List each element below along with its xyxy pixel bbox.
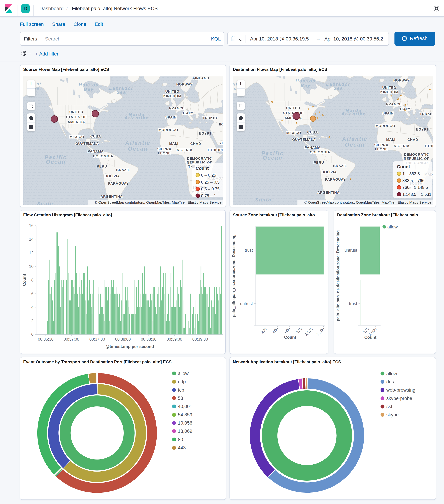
svg-text:STATES OF: STATES OF [66, 115, 86, 119]
svg-text:DEMOCRATIC: DEMOCRATIC [404, 152, 429, 156]
svg-text:383.5 – 766: 383.5 – 766 [402, 178, 424, 183]
svg-text:ETHIOPIA: ETHIOPIA [425, 144, 433, 148]
svg-text:TURKEY: TURKEY [203, 116, 218, 120]
svg-text:PARAGUAY: PARAGUAY [325, 177, 346, 181]
svg-text:palo_alto.pan_os.source.zone:: palo_alto.pan_os.source.zone: Descending [231, 234, 236, 317]
svg-text:MEXICO: MEXICO [286, 131, 301, 135]
svg-text:GUATEMALA: GUATEMALA [75, 142, 99, 145]
svg-text:Bay: Bay [84, 87, 94, 91]
svg-text:© OpenStreetMap contributors,: © OpenStreetMap contributors, OpenMapTil… [95, 200, 221, 204]
svg-text:1,000: 1,000 [304, 326, 314, 337]
svg-text:NORWAY: NORWAY [393, 78, 410, 82]
svg-text:400: 400 [272, 326, 279, 334]
svg-text:SIERRA: SIERRA [157, 147, 171, 151]
svg-text:2: 2 [31, 318, 34, 323]
svg-text:MOROCCO: MOROCCO [158, 128, 178, 132]
svg-text:10: 10 [29, 264, 34, 269]
svg-text:54,859: 54,859 [178, 412, 192, 417]
svg-text:ssl: ssl [386, 404, 392, 409]
svg-text:Bay: Bay [300, 83, 311, 88]
svg-text:FRANCE: FRANCE [386, 102, 401, 106]
svg-text:NIGERIA: NIGERIA [393, 144, 409, 148]
svg-text:web-browsing: web-browsing [386, 387, 415, 393]
svg-text:0.25 – 0.5: 0.25 – 0.5 [201, 180, 219, 184]
svg-text:ETHIOPIA: ETHIOPIA [207, 148, 223, 152]
svg-text:0 – 0.25: 0 – 0.25 [201, 173, 216, 178]
svg-text:SPAIN: SPAIN [382, 111, 393, 115]
svg-text:13,069: 13,069 [178, 429, 192, 434]
svg-text:Atlantiko: Atlantiko [341, 111, 366, 116]
svg-text:Atlantiko: Atlantiko [124, 115, 149, 120]
svg-text:0: 0 [31, 332, 34, 337]
svg-text:0.5 – 0.75: 0.5 – 0.75 [201, 186, 219, 191]
svg-text:40,001: 40,001 [178, 404, 192, 409]
svg-text:UNITED: UNITED [69, 110, 83, 114]
svg-text:DEMOCRATIC: DEMOCRATIC [187, 156, 212, 160]
svg-text:ITALY: ITALY [183, 111, 193, 115]
svg-text:600: 600 [284, 326, 291, 334]
svg-text:00:39:30: 00:39:30 [192, 337, 208, 341]
svg-text:00:36:30: 00:36:30 [38, 337, 53, 341]
svg-text:trust: trust [245, 248, 253, 252]
svg-text:16: 16 [29, 223, 34, 228]
svg-text:443: 443 [178, 445, 186, 450]
svg-text:GUATEMALA: GUATEMALA [292, 138, 316, 141]
svg-text:1 – 383.5: 1 – 383.5 [402, 171, 420, 176]
svg-text:6: 6 [31, 291, 34, 296]
svg-text:BRAZIL: BRAZIL [116, 168, 130, 172]
svg-text:COLOMBIA: COLOMBIA [310, 150, 330, 154]
svg-text:766 – 1,148.5: 766 – 1,148.5 [402, 185, 427, 190]
svg-text:trust: trust [349, 301, 357, 306]
svg-text:00:39:00: 00:39:00 [167, 337, 182, 341]
svg-text:PANAMA: PANAMA [87, 149, 103, 153]
svg-text:00:37:00: 00:37:00 [64, 337, 79, 341]
svg-text:Sea: Sea [116, 90, 126, 94]
svg-text:KINGDOM: KINGDOM [380, 90, 398, 94]
svg-text:UNITED: UNITED [165, 89, 179, 93]
svg-text:Count: Count [397, 164, 410, 169]
svg-text:Count: Count [22, 274, 27, 286]
svg-text:NORWAY: NORWAY [176, 82, 192, 86]
svg-text:IRAQ: IRAQ [219, 122, 223, 126]
svg-text:80: 80 [178, 437, 183, 442]
svg-text:KINGDOM: KINGDOM [163, 94, 181, 98]
svg-text:PANAMA: PANAMA [304, 145, 320, 149]
svg-text:CUBA: CUBA [307, 130, 318, 134]
svg-text:UNITED: UNITED [382, 86, 396, 89]
svg-text:skype-probe: skype-probe [386, 396, 412, 401]
svg-text:UNITED: UNITED [286, 106, 300, 109]
svg-text:Atlantic: Atlantic [125, 140, 150, 146]
svg-text:Hudson: Hudson [295, 78, 316, 83]
svg-text:Ocean: Ocean [345, 142, 365, 148]
svg-text:EGYPT: EGYPT [199, 131, 211, 135]
svg-text:REPUBLIC OF: REPUBLIC OF [404, 157, 429, 160]
svg-text:untrust: untrust [344, 248, 357, 252]
svg-text:SIERRA: SIERRA [374, 143, 388, 147]
svg-text:53: 53 [178, 396, 183, 401]
svg-text:200: 200 [260, 326, 268, 334]
svg-text:Count: Count [195, 166, 209, 170]
svg-text:CHAD: CHAD [190, 142, 201, 145]
svg-text:NIGERIA: NIGERIA [177, 148, 192, 152]
svg-text:FINLAND: FINLAND [192, 76, 209, 80]
svg-text:Ocean: Ocean [262, 155, 283, 161]
svg-text:skype: skype [386, 412, 399, 417]
svg-text:8: 8 [31, 278, 34, 282]
svg-text:allow: allow [386, 371, 397, 376]
svg-text:CUBA: CUBA [90, 134, 101, 138]
svg-text:MALI: MALI [169, 141, 178, 145]
svg-text:00:37:30: 00:37:30 [89, 337, 105, 341]
svg-text:ARGENTINA: ARGENTINA [100, 194, 122, 198]
svg-text:Count: Count [284, 335, 296, 340]
svg-text:BOLIVIA: BOLIVIA [104, 174, 120, 178]
svg-text:South: South [255, 197, 271, 202]
svg-text:00:38:00: 00:38:00 [115, 337, 131, 341]
svg-text:EGYPT: EGYPT [416, 127, 429, 131]
svg-text:MEXICO: MEXICO [69, 135, 84, 139]
svg-text:allow: allow [387, 224, 398, 229]
svg-text:COLOMBIA: COLOMBIA [93, 154, 113, 158]
svg-text:Atlantic: Atlantic [342, 136, 367, 142]
svg-text:LEONE: LEONE [375, 147, 388, 151]
svg-text:1,148.5 – 1,531: 1,148.5 – 1,531 [402, 192, 431, 197]
svg-text:800: 800 [295, 326, 303, 334]
